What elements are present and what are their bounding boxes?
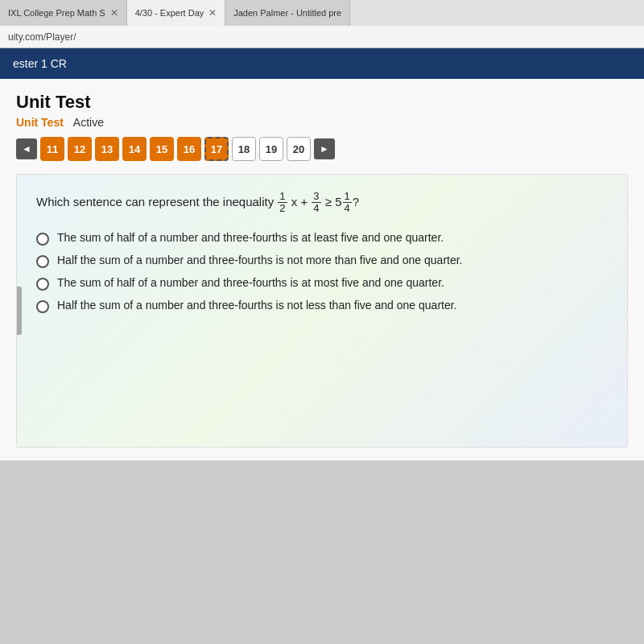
radio-3[interactable]: [36, 278, 49, 291]
answer-option-1[interactable]: The sum of half of a number and three-fo…: [36, 231, 608, 246]
question-panel: Which sentence can represent the inequal…: [16, 174, 628, 448]
prev-arrow[interactable]: ◄: [16, 138, 37, 159]
answer-option-2[interactable]: Half the sum of a number and three-fourt…: [36, 254, 608, 268]
nav-btn-12[interactable]: 12: [68, 137, 92, 161]
radio-4[interactable]: [36, 300, 49, 313]
radio-2[interactable]: [36, 255, 49, 268]
question-nav: ◄ 11 12 13 14 15 16 17 18 19 20 ►: [16, 137, 628, 161]
browser-tabs: IXL College Prep Math S ✕ 4/30 - Expert …: [0, 0, 644, 26]
address-bar: uity.com/Player/: [0, 26, 644, 48]
radio-1[interactable]: [36, 233, 49, 246]
nav-btn-14[interactable]: 14: [122, 137, 147, 161]
tab-close-2[interactable]: ✕: [208, 7, 217, 19]
nav-btn-11[interactable]: 11: [40, 137, 64, 161]
nav-btn-18[interactable]: 18: [232, 137, 256, 161]
nav-btn-19[interactable]: 19: [259, 137, 283, 161]
fraction-three-fourths: 34: [311, 195, 324, 208]
tab-3[interactable]: Jaden Palmer - Untitled pre: [225, 0, 350, 26]
question-text: Which sentence can represent the inequal…: [36, 191, 608, 215]
answer-label-2: Half the sum of a number and three-fourt…: [57, 254, 463, 266]
tab-1[interactable]: IXL College Prep Math S ✕: [0, 0, 127, 26]
nav-btn-16[interactable]: 16: [177, 137, 201, 161]
answer-label-1: The sum of half of a number and three-fo…: [57, 231, 444, 244]
answer-label-4: Half the sum of a number and three-fourt…: [57, 299, 457, 312]
tab-2[interactable]: 4/30 - Expert Day ✕: [127, 0, 226, 26]
app-header: ester 1 CR: [0, 48, 644, 79]
answer-options: The sum of half of a number and three-fo…: [36, 231, 608, 313]
content-area: Unit Test Unit Test Active ◄ 11 12 13 14…: [0, 79, 644, 460]
left-indicator: [17, 287, 22, 335]
status-label: Active: [73, 116, 104, 129]
tab-close-1[interactable]: ✕: [110, 7, 118, 19]
nav-btn-15[interactable]: 15: [150, 137, 174, 161]
answer-label-3: The sum of half of a number and three-fo…: [57, 276, 444, 289]
nav-btn-17[interactable]: 17: [204, 137, 229, 161]
unit-test-link[interactable]: Unit Test: [16, 116, 64, 129]
next-arrow[interactable]: ►: [314, 138, 335, 159]
subtitle-row: Unit Test Active: [16, 116, 628, 129]
nav-btn-20[interactable]: 20: [287, 137, 311, 161]
fraction-half: 12: [277, 195, 291, 208]
page-title: Unit Test: [16, 92, 628, 113]
answer-option-4[interactable]: Half the sum of a number and three-fourt…: [36, 299, 608, 313]
nav-btn-13[interactable]: 13: [95, 137, 119, 161]
answer-option-3[interactable]: The sum of half of a number and three-fo…: [36, 276, 608, 291]
